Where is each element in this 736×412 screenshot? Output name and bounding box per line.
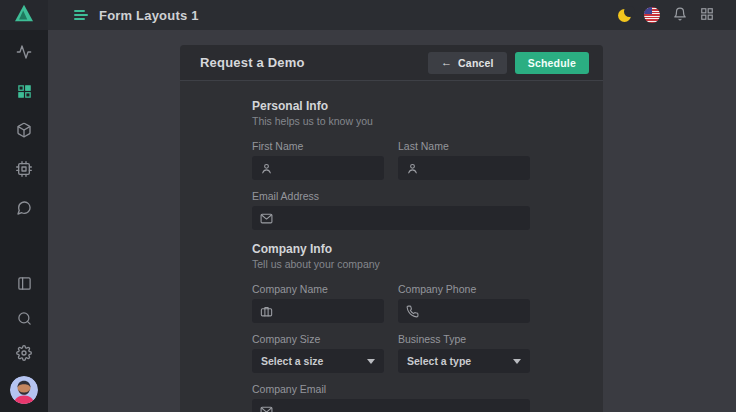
company-name-field-group: Company Name (252, 283, 384, 323)
first-name-input[interactable] (279, 162, 376, 174)
last-name-input[interactable] (425, 162, 522, 174)
envelope-icon (260, 405, 273, 412)
company-info-subheading: Tell us about your company (252, 258, 530, 270)
envelope-icon (260, 212, 273, 225)
company-phone-label: Company Phone (398, 283, 530, 295)
sidebar-item-packages[interactable] (12, 118, 36, 142)
language-selector[interactable] (644, 7, 660, 23)
first-name-input-wrap (252, 156, 384, 180)
bell-icon (673, 7, 687, 24)
schedule-button-label: Schedule (528, 57, 576, 69)
form-column: Personal Info This helps us to know you … (252, 99, 530, 412)
company-name-input-wrap (252, 299, 384, 323)
personal-info-subheading: This helps us to know you (252, 115, 530, 127)
business-type-label: Business Type (398, 333, 530, 345)
business-type-selected-value: Select a type (407, 355, 471, 367)
theme-toggle-button[interactable] (618, 9, 631, 22)
app-root: Form Layouts 1 R (0, 0, 736, 412)
dashboard-grid-icon (17, 84, 32, 99)
briefcase-icon (260, 305, 273, 318)
sidebar-main-nav (12, 40, 36, 220)
activity-icon (16, 44, 32, 60)
email-input-wrap (252, 206, 530, 230)
name-fields-row: First Name Last Name (252, 140, 530, 190)
company-size-selected-value: Select a size (261, 355, 323, 367)
sidebar (0, 0, 48, 412)
first-name-label: First Name (252, 140, 384, 152)
company-phone-input-wrap (398, 299, 530, 323)
person-icon (406, 162, 419, 175)
user-avatar[interactable] (10, 376, 38, 404)
sidebar-layout-icon (17, 276, 32, 291)
company-info-section: Company Info Tell us about your company … (252, 242, 530, 412)
card-header: Request a Demo ← Cancel Schedule (180, 45, 603, 81)
company-size-field-group: Company Size Select a size (252, 333, 384, 373)
grid-apps-icon (700, 7, 714, 24)
chevron-down-icon (367, 359, 375, 364)
cancel-button-label: Cancel (458, 57, 494, 69)
sidebar-item-activity[interactable] (12, 40, 36, 64)
email-label: Email Address (252, 190, 530, 202)
cpu-icon (16, 161, 32, 177)
sidebar-item-messages[interactable] (12, 196, 36, 220)
last-name-label: Last Name (398, 140, 530, 152)
company-fields-row: Company Name Company Phone (252, 283, 530, 333)
search-icon (17, 311, 32, 326)
business-type-field-group: Business Type Select a type (398, 333, 530, 373)
topbar: Form Layouts 1 (48, 0, 736, 30)
app-logo[interactable] (0, 0, 48, 30)
last-name-field-group: Last Name (398, 140, 530, 180)
personal-info-heading: Personal Info (252, 99, 530, 113)
schedule-button[interactable]: Schedule (515, 52, 589, 74)
request-demo-card: Request a Demo ← Cancel Schedule Persona… (180, 45, 603, 412)
sidebar-item-search[interactable] (12, 306, 36, 330)
sidebar-item-dashboard[interactable] (12, 79, 36, 103)
apps-menu-button[interactable] (700, 7, 714, 24)
business-type-select[interactable]: Select a type (398, 349, 530, 373)
sidebar-item-hardware[interactable] (12, 157, 36, 181)
cube-icon (16, 122, 32, 138)
company-email-input-wrap (252, 399, 530, 412)
topbar-actions (618, 7, 714, 24)
company-size-select[interactable]: Select a size (252, 349, 384, 373)
company-email-label: Company Email (252, 383, 530, 395)
company-size-label: Company Size (252, 333, 384, 345)
company-selects-row: Company Size Select a size Business Type… (252, 333, 530, 383)
cancel-button[interactable]: ← Cancel (428, 52, 507, 74)
card-body: Personal Info This helps us to know you … (180, 81, 603, 412)
company-name-label: Company Name (252, 283, 384, 295)
chevron-down-icon (513, 359, 521, 364)
last-name-input-wrap (398, 156, 530, 180)
notifications-button[interactable] (673, 7, 687, 24)
sidebar-bottom-nav (10, 271, 38, 404)
email-input[interactable] (279, 212, 522, 224)
company-name-input[interactable] (279, 305, 376, 317)
company-phone-field-group: Company Phone (398, 283, 530, 323)
moon-icon (618, 9, 631, 22)
person-icon (260, 162, 273, 175)
chat-bubble-icon (16, 200, 32, 216)
sidebar-item-layout[interactable] (12, 271, 36, 295)
company-email-input[interactable] (279, 405, 522, 412)
us-flag-icon (644, 7, 660, 23)
gear-icon (16, 345, 32, 361)
triangle-logo-icon (14, 4, 34, 26)
first-name-field-group: First Name (252, 140, 384, 180)
phone-icon (406, 305, 419, 318)
card-title: Request a Demo (200, 55, 305, 70)
page-title: Form Layouts 1 (99, 8, 199, 23)
hamburger-menu-icon[interactable] (73, 8, 89, 22)
back-arrow-icon: ← (441, 57, 452, 68)
sidebar-item-settings[interactable] (12, 341, 36, 365)
email-field-group: Email Address (252, 190, 530, 230)
card-header-buttons: ← Cancel Schedule (428, 52, 589, 74)
personal-info-section: Personal Info This helps us to know you … (252, 99, 530, 230)
company-email-field-group: Company Email (252, 383, 530, 412)
company-info-heading: Company Info (252, 242, 530, 256)
company-phone-input[interactable] (425, 305, 522, 317)
